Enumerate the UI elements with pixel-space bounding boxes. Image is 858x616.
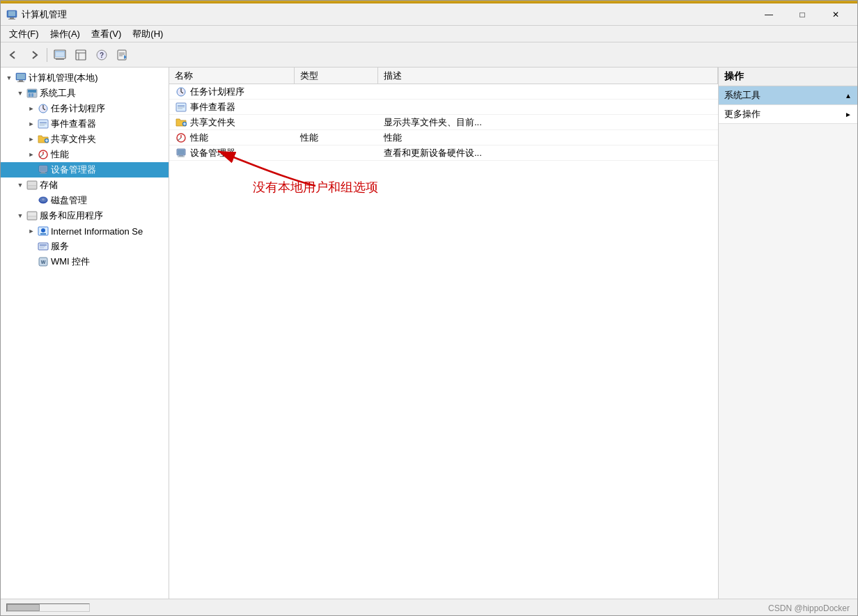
sidebar-item-storage[interactable]: 存储: [1, 177, 169, 193]
horizontal-scrollbar[interactable]: [6, 603, 90, 612]
sidebar-item-services-apps[interactable]: 服务和应用程序: [1, 208, 169, 223]
svg-text:?: ?: [100, 52, 104, 59]
content-rows: 任务计划程序: [169, 84, 718, 599]
row4-name: 性能: [169, 130, 295, 145]
system-tools-expander: [15, 88, 26, 99]
row2-name: 事件查看器: [169, 100, 295, 114]
disk-management-icon: [37, 194, 49, 207]
row4-icon: [175, 132, 187, 144]
table-row[interactable]: 性能 性能 性能: [169, 130, 718, 145]
right-panel-primary-arrow: ▲: [845, 92, 852, 100]
services-icon: [37, 240, 49, 253]
table-row[interactable]: 设备管理器 查看和更新设备硬件设...: [169, 145, 718, 161]
title-bar: 计算机管理 — □ ✕: [1, 3, 857, 26]
performance-icon: [37, 148, 49, 161]
sidebar-root[interactable]: 计算机管理(本地): [1, 70, 169, 86]
root-label: 计算机管理(本地): [29, 72, 98, 84]
table-row[interactable]: 共享文件夹 显示共享文件夹、目前...: [169, 115, 718, 130]
toolbar: ?: [1, 42, 857, 68]
right-panel-subitem[interactable]: 更多操作 ►: [719, 105, 857, 124]
table-row[interactable]: 任务计划程序: [169, 84, 718, 100]
services-apps-icon: [26, 210, 38, 222]
sidebar-item-wmi[interactable]: W WMI 控件: [1, 254, 169, 269]
row5-icon: [175, 147, 187, 159]
services-expander: [26, 241, 37, 252]
disk-mgmt-expander: [26, 195, 37, 206]
svg-rect-53: [28, 216, 36, 219]
svg-line-75: [178, 138, 181, 141]
computer-icon: [15, 72, 27, 84]
row2-desc: [378, 100, 718, 114]
col-header-name: 名称: [169, 68, 295, 84]
svg-rect-21: [17, 74, 25, 79]
sidebar-item-performance[interactable]: 性能: [1, 147, 169, 162]
iis-icon: [37, 225, 49, 237]
svg-rect-78: [179, 155, 183, 157]
toolbar-btn-3[interactable]: [50, 45, 70, 65]
row3-icon: [175, 116, 187, 129]
back-button[interactable]: [3, 45, 23, 65]
services-apps-label: 服务和应用程序: [40, 210, 103, 222]
sidebar-item-disk-management[interactable]: 磁盘管理: [1, 193, 169, 208]
device-manager-icon: [37, 164, 49, 176]
event-viewer-expander: [26, 118, 37, 129]
row1-name: 任务计划程序: [169, 84, 295, 99]
right-panel-title: 操作: [719, 68, 857, 86]
column-headers: 名称 类型 描述: [169, 68, 718, 84]
svg-rect-3: [8, 19, 15, 19]
menu-view[interactable]: 查看(V): [86, 26, 127, 42]
system-tools-icon: [26, 87, 38, 100]
svg-rect-47: [28, 186, 36, 189]
row5-desc: 查看和更新设备硬件设...: [378, 145, 718, 160]
svg-rect-2: [10, 17, 14, 19]
row4-desc: 性能: [378, 130, 718, 145]
menu-help[interactable]: 帮助(H): [127, 26, 169, 42]
window-controls: — □ ✕: [753, 5, 852, 24]
task-scheduler-expander: [26, 103, 37, 114]
sidebar-item-services[interactable]: 服务: [1, 239, 169, 254]
svg-line-40: [40, 155, 43, 157]
toolbar-btn-4[interactable]: [71, 45, 91, 65]
row5-name: 设备管理器: [169, 145, 295, 160]
right-panel: 操作 系统工具 ▲ 更多操作 ►: [718, 68, 857, 599]
device-manager-expander: [26, 164, 37, 175]
svg-rect-23: [17, 81, 24, 82]
col-header-desc: 描述: [378, 68, 718, 84]
sidebar-item-iis[interactable]: Internet Information Se: [1, 223, 169, 239]
svg-rect-56: [40, 233, 46, 235]
forward-button[interactable]: [24, 45, 44, 65]
sidebar-item-device-manager[interactable]: 设备管理器: [1, 162, 169, 177]
right-panel-primary-label: 系统工具: [724, 89, 760, 102]
help-button[interactable]: ?: [92, 45, 111, 65]
svg-rect-27: [31, 93, 33, 97]
iis-expander: [26, 226, 37, 237]
menu-file[interactable]: 文件(F): [3, 26, 45, 42]
table-row[interactable]: 事件查看器: [169, 100, 718, 115]
right-panel-primary[interactable]: 系统工具 ▲: [719, 86, 857, 105]
iis-label: Internet Information Se: [51, 226, 143, 237]
window-title: 计算机管理: [22, 8, 753, 21]
device-manager-label: 设备管理器: [51, 164, 96, 176]
sidebar-item-event-viewer[interactable]: 事件查看器: [1, 116, 169, 132]
svg-rect-10: [76, 50, 86, 60]
export-button[interactable]: [113, 45, 132, 65]
wmi-expander: [26, 256, 37, 267]
right-panel-subitem-label: 更多操作: [724, 108, 760, 120]
root-expander: [3, 72, 15, 84]
close-button[interactable]: ✕: [820, 5, 852, 24]
minimize-button[interactable]: —: [753, 5, 785, 24]
menu-action[interactable]: 操作(A): [45, 26, 86, 42]
sidebar-item-task-scheduler[interactable]: 任务计划程序: [1, 101, 169, 116]
row3-type: [295, 115, 378, 129]
shared-folder-icon: [37, 133, 49, 145]
title-icon: [6, 9, 17, 20]
sidebar-item-shared-folder[interactable]: 共享文件夹: [1, 132, 169, 147]
storage-expander: [15, 180, 26, 191]
maximize-button[interactable]: □: [786, 5, 818, 24]
sidebar-item-system-tools[interactable]: 系统工具: [1, 86, 169, 101]
row3-desc: 显示共享文件夹、目前...: [378, 115, 718, 129]
svg-rect-22: [19, 80, 23, 81]
content-area: 名称 类型 描述 任务计划: [169, 68, 718, 599]
status-bar: [1, 599, 857, 615]
svg-rect-5: [55, 51, 65, 57]
